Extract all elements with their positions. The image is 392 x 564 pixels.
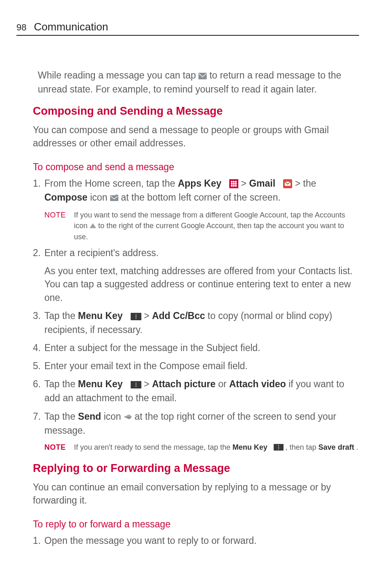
text: . bbox=[356, 443, 358, 451]
attach-video-label: Attach video bbox=[229, 379, 286, 389]
step-body: Enter a recipient's address. bbox=[44, 246, 359, 259]
step-number: 4. bbox=[33, 341, 44, 354]
heading-composing: Composing and Sending a Message bbox=[33, 105, 359, 118]
step-number: 7. bbox=[33, 410, 44, 437]
text bbox=[125, 310, 128, 321]
text: or bbox=[218, 379, 229, 389]
text: > the bbox=[295, 178, 316, 189]
compose-label: Compose bbox=[44, 192, 88, 203]
step-number: 1. bbox=[33, 177, 44, 205]
text: icon bbox=[90, 192, 110, 203]
send-label: Send bbox=[78, 411, 101, 422]
menu-key-icon bbox=[131, 377, 141, 391]
envelope-icon bbox=[198, 69, 207, 82]
apps-key-label: Apps Key bbox=[178, 178, 221, 189]
menu-key-label: Menu Key bbox=[78, 379, 123, 389]
text: While reading a message you can tap bbox=[38, 70, 198, 81]
step-7: 7. Tap the Send icon at the top right co… bbox=[33, 410, 359, 437]
svg-point-28 bbox=[278, 445, 279, 446]
save-draft-label: Save draft bbox=[318, 443, 354, 451]
intro-paragraph: While reading a message you can tap to r… bbox=[38, 69, 359, 96]
page-header: 98 Communication bbox=[16, 21, 359, 36]
note-body: If you aren't ready to send the message,… bbox=[74, 442, 359, 453]
text bbox=[278, 178, 281, 189]
gmail-label: Gmail bbox=[249, 178, 275, 189]
step-body: Tap the Send icon at the top right corne… bbox=[44, 410, 359, 437]
step-2-continuation: As you enter text, matching addresses ar… bbox=[44, 264, 359, 304]
svg-marker-25 bbox=[124, 414, 132, 417]
text bbox=[125, 379, 128, 389]
text: > bbox=[144, 310, 152, 321]
compose-icon: + bbox=[110, 190, 118, 203]
text: to the right of the current Google Accou… bbox=[74, 222, 344, 241]
gmail-icon bbox=[283, 176, 292, 190]
text: > bbox=[241, 178, 249, 189]
svg-rect-5 bbox=[231, 183, 233, 185]
svg-point-18 bbox=[135, 314, 136, 315]
step-1: 1. From the Home screen, tap the Apps Ke… bbox=[33, 177, 359, 205]
step-number: 1. bbox=[33, 534, 44, 547]
subheading-to-reply: To reply to or forward a message bbox=[33, 519, 359, 530]
menu-key-icon bbox=[274, 441, 284, 452]
step-body: Enter your email text in the Compose ema… bbox=[44, 359, 359, 372]
note-body: If you want to send the message from a d… bbox=[74, 210, 359, 242]
note-2: NOTE If you aren't ready to send the mes… bbox=[44, 442, 359, 453]
svg-text:+: + bbox=[116, 195, 118, 197]
chapter-title: Communication bbox=[34, 21, 108, 33]
compose-intro: You can compose and send a message to pe… bbox=[33, 123, 359, 150]
page-number: 98 bbox=[16, 22, 26, 33]
step-2: 2. Enter a recipient's address. bbox=[33, 246, 359, 259]
step-5: 5. Enter your email text in the Compose … bbox=[33, 359, 359, 372]
text bbox=[224, 178, 226, 189]
step-body: Tap the Menu Key > Add Cc/Bcc to copy (n… bbox=[44, 309, 359, 336]
svg-point-29 bbox=[278, 447, 279, 448]
accounts-triangle-icon bbox=[90, 220, 96, 231]
svg-rect-4 bbox=[235, 181, 237, 183]
text: From the Home screen, tap the bbox=[44, 178, 178, 189]
svg-rect-2 bbox=[231, 181, 233, 183]
svg-rect-6 bbox=[233, 183, 235, 185]
svg-point-24 bbox=[135, 386, 136, 387]
svg-rect-8 bbox=[231, 185, 233, 187]
step-body: From the Home screen, tap the Apps Key >… bbox=[44, 177, 359, 205]
svg-point-30 bbox=[278, 448, 279, 449]
svg-point-19 bbox=[135, 316, 136, 317]
svg-rect-9 bbox=[233, 185, 235, 187]
text: If you aren't ready to send the message,… bbox=[74, 443, 233, 451]
text: Tap the bbox=[44, 310, 78, 321]
subheading-to-compose: To compose and send a message bbox=[33, 162, 359, 173]
step-number: 6. bbox=[33, 377, 44, 405]
svg-marker-16 bbox=[90, 223, 96, 228]
menu-key-label: Menu Key bbox=[233, 443, 267, 451]
send-arrow-icon bbox=[124, 409, 132, 423]
step-number: 2. bbox=[33, 246, 44, 259]
note-label: NOTE bbox=[44, 442, 74, 453]
text: icon bbox=[104, 411, 124, 422]
apps-key-icon bbox=[229, 176, 238, 190]
text: Tap the bbox=[44, 379, 78, 389]
note-label: NOTE bbox=[44, 210, 74, 242]
reply-step-1: 1. Open the message you want to reply to… bbox=[33, 534, 359, 547]
text: > bbox=[144, 379, 152, 389]
svg-rect-10 bbox=[235, 185, 237, 187]
step-body: Tap the Menu Key > Attach picture or Att… bbox=[44, 377, 359, 405]
svg-marker-26 bbox=[124, 417, 132, 419]
text: Tap the bbox=[44, 411, 78, 422]
step-body: Open the message you want to reply to or… bbox=[44, 534, 359, 547]
add-cc-bcc-label: Add Cc/Bcc bbox=[152, 310, 205, 321]
reply-intro: You can continue an email conversation b… bbox=[33, 481, 359, 507]
menu-key-label: Menu Key bbox=[78, 310, 123, 321]
step-body: Enter a subject for the message in the S… bbox=[44, 341, 359, 354]
step-3: 3. Tap the Menu Key > Add Cc/Bcc to copy… bbox=[33, 309, 359, 336]
heading-replying: Replying to or Forwarding a Message bbox=[33, 462, 359, 475]
note-1: NOTE If you want to send the message fro… bbox=[44, 210, 359, 242]
svg-point-22 bbox=[135, 383, 136, 384]
step-number: 3. bbox=[33, 309, 44, 336]
svg-rect-7 bbox=[235, 183, 237, 185]
text bbox=[270, 443, 272, 451]
step-4: 4. Enter a subject for the message in th… bbox=[33, 341, 359, 354]
step-6: 6. Tap the Menu Key > Attach picture or … bbox=[33, 377, 359, 405]
svg-rect-0 bbox=[198, 73, 207, 79]
text: at the bottom left corner of the screen. bbox=[121, 192, 281, 203]
svg-rect-3 bbox=[233, 181, 235, 183]
